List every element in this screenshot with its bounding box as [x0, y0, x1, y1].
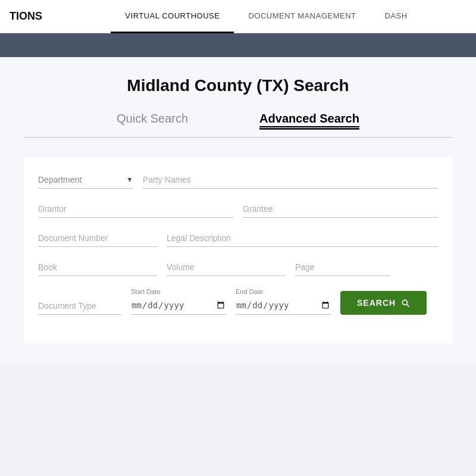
book-field	[38, 259, 157, 276]
page-field	[295, 259, 390, 276]
book-input[interactable]	[38, 259, 157, 276]
department-dropdown[interactable]: Department ▼	[38, 171, 133, 189]
volume-input[interactable]	[167, 259, 286, 276]
grantor-input[interactable]	[38, 201, 233, 218]
grantee-input[interactable]	[243, 201, 438, 218]
tab-quick-search[interactable]: Quick Search	[117, 112, 188, 130]
top-navigation: TIONS VIRTUAL COURTHOUSE DOCUMENT MANAGE…	[0, 0, 476, 33]
volume-field	[167, 259, 286, 276]
legal-description-field	[167, 230, 438, 247]
document-type-input[interactable]	[38, 298, 121, 315]
document-number-input[interactable]	[38, 230, 157, 247]
nav-virtual-courthouse[interactable]: VIRTUAL COURTHOUSE	[111, 0, 234, 33]
document-number-field	[38, 230, 157, 247]
search-button[interactable]: SEARCH	[340, 291, 427, 315]
end-date-label: End Date	[236, 288, 331, 295]
chevron-down-icon: ▼	[126, 176, 133, 184]
form-row-4	[38, 259, 438, 276]
party-names-field	[143, 171, 438, 189]
nav-document-management[interactable]: DOCUMENT MANAGEMENT	[234, 0, 370, 33]
search-form: Department ▼	[24, 157, 452, 343]
nav-dashboard[interactable]: DASH	[371, 0, 422, 33]
end-date-field: End Date	[236, 288, 331, 315]
start-date-input[interactable]	[131, 296, 226, 315]
form-row-5: Start Date End Date SEARCH	[38, 288, 438, 315]
nav-links: VIRTUAL COURTHOUSE DOCUMENT MANAGEMENT D…	[66, 0, 466, 33]
document-type-field	[38, 298, 121, 315]
search-tabs: Quick Search Advanced Search	[24, 112, 452, 138]
page-title: Midland County (TX) Search	[24, 76, 452, 95]
form-row-2	[38, 201, 438, 218]
start-date-label: Start Date	[131, 288, 226, 295]
form-row-1: Department ▼	[38, 171, 438, 189]
main-content: Midland County (TX) Search Quick Search …	[0, 57, 476, 362]
legal-description-input[interactable]	[167, 230, 438, 247]
search-button-label: SEARCH	[357, 298, 396, 308]
page-input[interactable]	[295, 259, 390, 276]
grantee-field	[243, 201, 438, 218]
party-names-input[interactable]	[143, 171, 438, 189]
form-row-3	[38, 230, 438, 247]
tab-advanced-search[interactable]: Advanced Search	[259, 112, 359, 130]
start-date-field: Start Date	[131, 288, 226, 315]
department-label: Department	[38, 175, 126, 184]
brand-logo: TIONS	[10, 10, 42, 23]
end-date-input[interactable]	[236, 296, 331, 315]
grantor-field	[38, 201, 233, 218]
banner	[0, 33, 476, 57]
search-icon	[400, 298, 410, 308]
